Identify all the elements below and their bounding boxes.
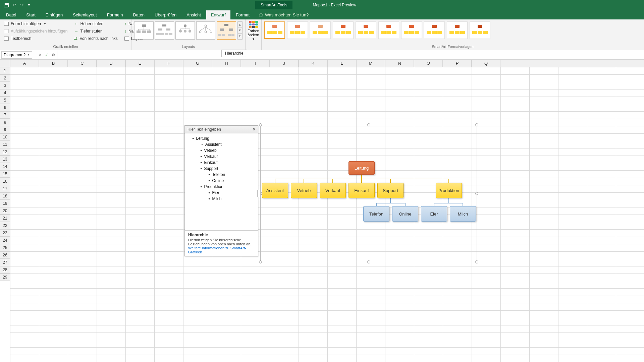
row-header[interactable]: 22 [0, 222, 10, 229]
tab-start[interactable]: Start [21, 10, 40, 19]
tab-ansicht[interactable]: Ansicht [182, 10, 206, 19]
text-pane-item[interactable]: ●Telefon [188, 172, 255, 178]
tab-entwurf[interactable]: Entwurf [206, 10, 230, 19]
node-telefon[interactable]: Telefon [363, 206, 389, 222]
row-header[interactable]: 14 [0, 163, 10, 170]
row-header[interactable]: 28 [0, 266, 10, 274]
text-pane-item[interactable]: ●Online [188, 178, 255, 184]
row-header[interactable]: 6 [0, 104, 10, 111]
node-leitung[interactable]: Leitung [348, 161, 375, 175]
resize-handle[interactable] [475, 123, 478, 126]
column-header[interactable]: O [414, 60, 443, 67]
column-header[interactable]: G [183, 60, 212, 67]
row-header[interactable]: 21 [0, 215, 10, 222]
node-eier[interactable]: Eier [421, 206, 447, 222]
expand-textpane-tab[interactable]: › [257, 190, 261, 197]
row-header[interactable]: 15 [0, 170, 10, 178]
row-header[interactable]: 29 [0, 274, 10, 281]
confirm-formula-button[interactable]: ✓ [43, 52, 50, 57]
tab-datei[interactable]: Datei [1, 10, 21, 19]
style-option[interactable] [378, 21, 399, 39]
formula-input[interactable] [57, 51, 644, 59]
column-header[interactable]: I [241, 60, 270, 67]
tab-daten[interactable]: Daten [128, 10, 149, 19]
cancel-formula-button[interactable]: ✕ [37, 52, 43, 57]
row-header[interactable]: 5 [0, 97, 10, 104]
style-option[interactable] [287, 21, 308, 39]
layout-option-5-hovered[interactable] [217, 21, 236, 40]
row-header[interactable]: 1 [0, 67, 10, 74]
column-header[interactable]: N [385, 60, 414, 67]
row-header[interactable]: 24 [0, 237, 10, 244]
text-pane-item[interactable]: ●Einkauf [188, 160, 255, 166]
form-hinzufuegen-button[interactable]: Form hinzufügen▼ [3, 21, 69, 27]
style-option[interactable] [401, 21, 422, 39]
layout-option-1[interactable] [134, 21, 154, 40]
select-all-corner[interactable] [0, 60, 10, 67]
tab-format[interactable]: Format [231, 10, 254, 19]
row-header[interactable]: 12 [0, 148, 10, 156]
rechts-links-button[interactable]: ⇄Von rechts nach links [73, 36, 119, 42]
node-vetrieb[interactable]: Vetrieb [291, 183, 317, 198]
resize-handle[interactable] [259, 260, 262, 263]
layout-option-2[interactable] [155, 21, 174, 40]
style-option[interactable] [470, 21, 490, 39]
tab-seitenlayout[interactable]: Seitenlayout [68, 10, 102, 19]
row-header[interactable]: 7 [0, 111, 10, 119]
node-support[interactable]: Support [377, 183, 404, 198]
spreadsheet-grid[interactable]: ABCDEFGHIJKLMNOPQ 1234567891011121314151… [0, 60, 644, 362]
row-header[interactable]: 13 [0, 156, 10, 163]
tiefer-stufen-button[interactable]: →Tiefer stufen [73, 28, 119, 34]
style-option[interactable] [264, 21, 285, 39]
cells-area[interactable]: Hier Text eingeben × ●Leitung→Assistent●… [10, 67, 644, 362]
tellme-search[interactable]: Was möchten Sie tun? [255, 10, 313, 19]
hoeher-stufen-button[interactable]: ←Höher stufen [73, 21, 119, 27]
column-header[interactable]: M [356, 60, 385, 67]
column-header[interactable]: C [68, 60, 97, 67]
resize-handle[interactable] [475, 192, 478, 195]
row-header[interactable]: 18 [0, 192, 10, 200]
node-einkauf[interactable]: Einkauf [348, 183, 375, 198]
node-verkauf[interactable]: Verkauf [320, 183, 346, 198]
resize-handle[interactable] [367, 123, 370, 126]
resize-handle[interactable] [367, 260, 370, 263]
fx-label[interactable]: fx [52, 53, 55, 57]
tab-ueberpruefen[interactable]: Überprüfen [150, 10, 181, 19]
row-headers[interactable]: 1234567891011121314151617181920212223242… [0, 67, 10, 281]
qat-dropdown-icon[interactable]: ▼ [28, 3, 31, 7]
node-produktion[interactable]: Produktion [436, 183, 462, 198]
node-milch[interactable]: Milch [450, 206, 476, 222]
column-header[interactable]: L [327, 60, 356, 67]
style-option[interactable] [356, 21, 376, 39]
node-online[interactable]: Online [392, 206, 418, 222]
text-pane-item[interactable]: ●Verkauf [188, 154, 255, 160]
row-header[interactable]: 10 [0, 133, 10, 141]
row-header[interactable]: 16 [0, 178, 10, 185]
style-option[interactable] [424, 21, 445, 39]
row-header[interactable]: 9 [0, 126, 10, 133]
column-header[interactable]: H [212, 60, 241, 67]
row-header[interactable]: 26 [0, 251, 10, 259]
row-header[interactable]: 8 [0, 119, 10, 126]
text-pane-item[interactable]: ●Eier [188, 190, 255, 196]
chevron-down-icon[interactable]: ▼ [27, 53, 30, 56]
column-header[interactable]: K [299, 60, 327, 67]
column-header[interactable]: F [154, 60, 183, 67]
tab-einfuegen[interactable]: Einfügen [41, 10, 67, 19]
redo-icon[interactable]: ↷ [20, 3, 23, 7]
scroll-up-icon[interactable]: ▲ [238, 22, 242, 27]
row-header[interactable]: 2 [0, 74, 10, 82]
layout-option-4[interactable] [196, 21, 216, 40]
text-pane-item[interactable]: ●Milch [188, 196, 255, 202]
textbereich-button[interactable]: Textbereich [3, 36, 69, 42]
column-header[interactable]: A [10, 60, 39, 67]
row-header[interactable]: 17 [0, 185, 10, 192]
close-icon[interactable]: × [253, 127, 255, 132]
row-header[interactable]: 19 [0, 200, 10, 207]
smartart-chart-frame[interactable]: › Leitung Assistent Vetrieb Verkauf Eink… [260, 125, 477, 262]
column-header[interactable]: Q [472, 60, 500, 67]
column-header[interactable]: B [39, 60, 68, 67]
expand-gallery-icon[interactable]: ▾ [238, 34, 242, 39]
text-pane-item[interactable]: →Assistent [188, 141, 255, 147]
tab-formeln[interactable]: Formeln [102, 10, 128, 19]
